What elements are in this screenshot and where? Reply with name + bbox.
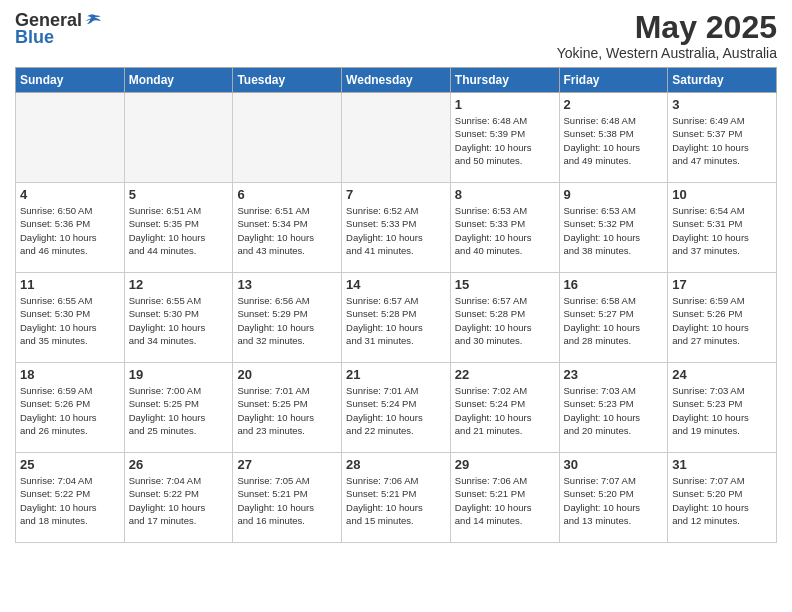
day-number: 21: [346, 367, 446, 382]
day-info: Sunrise: 6:57 AMSunset: 5:28 PMDaylight:…: [455, 294, 555, 347]
day-number: 9: [564, 187, 664, 202]
weekday-header-sunday: Sunday: [16, 68, 125, 93]
day-info: Sunrise: 6:55 AMSunset: 5:30 PMDaylight:…: [20, 294, 120, 347]
day-number: 2: [564, 97, 664, 112]
day-info: Sunrise: 7:01 AMSunset: 5:25 PMDaylight:…: [237, 384, 337, 437]
day-number: 14: [346, 277, 446, 292]
day-number: 25: [20, 457, 120, 472]
calendar-cell: 5Sunrise: 6:51 AMSunset: 5:35 PMDaylight…: [124, 183, 233, 273]
title-area: May 2025 Yokine, Western Australia, Aust…: [557, 10, 777, 61]
calendar-cell: 17Sunrise: 6:59 AMSunset: 5:26 PMDayligh…: [668, 273, 777, 363]
day-number: 4: [20, 187, 120, 202]
calendar-cell: 2Sunrise: 6:48 AMSunset: 5:38 PMDaylight…: [559, 93, 668, 183]
weekday-header-saturday: Saturday: [668, 68, 777, 93]
logo: General Blue: [15, 10, 102, 48]
weekday-header-monday: Monday: [124, 68, 233, 93]
calendar-cell: 4Sunrise: 6:50 AMSunset: 5:36 PMDaylight…: [16, 183, 125, 273]
calendar-cell: 28Sunrise: 7:06 AMSunset: 5:21 PMDayligh…: [342, 453, 451, 543]
day-info: Sunrise: 6:52 AMSunset: 5:33 PMDaylight:…: [346, 204, 446, 257]
day-info: Sunrise: 6:54 AMSunset: 5:31 PMDaylight:…: [672, 204, 772, 257]
location-title: Yokine, Western Australia, Australia: [557, 45, 777, 61]
calendar-week-2: 11Sunrise: 6:55 AMSunset: 5:30 PMDayligh…: [16, 273, 777, 363]
day-info: Sunrise: 6:48 AMSunset: 5:38 PMDaylight:…: [564, 114, 664, 167]
calendar-cell: 15Sunrise: 6:57 AMSunset: 5:28 PMDayligh…: [450, 273, 559, 363]
day-info: Sunrise: 6:49 AMSunset: 5:37 PMDaylight:…: [672, 114, 772, 167]
calendar-cell: 31Sunrise: 7:07 AMSunset: 5:20 PMDayligh…: [668, 453, 777, 543]
day-info: Sunrise: 7:03 AMSunset: 5:23 PMDaylight:…: [564, 384, 664, 437]
weekday-header-thursday: Thursday: [450, 68, 559, 93]
day-number: 6: [237, 187, 337, 202]
calendar-cell: 19Sunrise: 7:00 AMSunset: 5:25 PMDayligh…: [124, 363, 233, 453]
day-info: Sunrise: 6:56 AMSunset: 5:29 PMDaylight:…: [237, 294, 337, 347]
calendar-week-4: 25Sunrise: 7:04 AMSunset: 5:22 PMDayligh…: [16, 453, 777, 543]
day-number: 13: [237, 277, 337, 292]
calendar-cell: 13Sunrise: 6:56 AMSunset: 5:29 PMDayligh…: [233, 273, 342, 363]
calendar-cell: 20Sunrise: 7:01 AMSunset: 5:25 PMDayligh…: [233, 363, 342, 453]
day-number: 20: [237, 367, 337, 382]
day-info: Sunrise: 7:06 AMSunset: 5:21 PMDaylight:…: [455, 474, 555, 527]
calendar-cell: 12Sunrise: 6:55 AMSunset: 5:30 PMDayligh…: [124, 273, 233, 363]
calendar-cell: 9Sunrise: 6:53 AMSunset: 5:32 PMDaylight…: [559, 183, 668, 273]
calendar-week-3: 18Sunrise: 6:59 AMSunset: 5:26 PMDayligh…: [16, 363, 777, 453]
day-number: 7: [346, 187, 446, 202]
calendar-cell: 29Sunrise: 7:06 AMSunset: 5:21 PMDayligh…: [450, 453, 559, 543]
day-info: Sunrise: 7:06 AMSunset: 5:21 PMDaylight:…: [346, 474, 446, 527]
day-info: Sunrise: 6:58 AMSunset: 5:27 PMDaylight:…: [564, 294, 664, 347]
logo-bird-icon: [84, 12, 102, 30]
day-number: 12: [129, 277, 229, 292]
calendar-cell: 6Sunrise: 6:51 AMSunset: 5:34 PMDaylight…: [233, 183, 342, 273]
day-info: Sunrise: 6:53 AMSunset: 5:32 PMDaylight:…: [564, 204, 664, 257]
calendar-cell: 7Sunrise: 6:52 AMSunset: 5:33 PMDaylight…: [342, 183, 451, 273]
weekday-header-wednesday: Wednesday: [342, 68, 451, 93]
day-info: Sunrise: 7:04 AMSunset: 5:22 PMDaylight:…: [20, 474, 120, 527]
calendar-body: 1Sunrise: 6:48 AMSunset: 5:39 PMDaylight…: [16, 93, 777, 543]
calendar-cell: 22Sunrise: 7:02 AMSunset: 5:24 PMDayligh…: [450, 363, 559, 453]
calendar-cell: [233, 93, 342, 183]
header: General Blue May 2025 Yokine, Western Au…: [15, 10, 777, 61]
calendar-cell: 30Sunrise: 7:07 AMSunset: 5:20 PMDayligh…: [559, 453, 668, 543]
calendar-header-row: SundayMondayTuesdayWednesdayThursdayFrid…: [16, 68, 777, 93]
calendar-cell: 11Sunrise: 6:55 AMSunset: 5:30 PMDayligh…: [16, 273, 125, 363]
day-number: 23: [564, 367, 664, 382]
day-info: Sunrise: 7:03 AMSunset: 5:23 PMDaylight:…: [672, 384, 772, 437]
weekday-header-tuesday: Tuesday: [233, 68, 342, 93]
calendar-cell: 18Sunrise: 6:59 AMSunset: 5:26 PMDayligh…: [16, 363, 125, 453]
day-number: 31: [672, 457, 772, 472]
day-number: 15: [455, 277, 555, 292]
calendar-cell: 8Sunrise: 6:53 AMSunset: 5:33 PMDaylight…: [450, 183, 559, 273]
calendar-week-0: 1Sunrise: 6:48 AMSunset: 5:39 PMDaylight…: [16, 93, 777, 183]
calendar-cell: 21Sunrise: 7:01 AMSunset: 5:24 PMDayligh…: [342, 363, 451, 453]
day-info: Sunrise: 6:59 AMSunset: 5:26 PMDaylight:…: [672, 294, 772, 347]
calendar-cell: [16, 93, 125, 183]
day-number: 10: [672, 187, 772, 202]
day-info: Sunrise: 7:04 AMSunset: 5:22 PMDaylight:…: [129, 474, 229, 527]
calendar-cell: 23Sunrise: 7:03 AMSunset: 5:23 PMDayligh…: [559, 363, 668, 453]
month-title: May 2025: [557, 10, 777, 45]
calendar-cell: 25Sunrise: 7:04 AMSunset: 5:22 PMDayligh…: [16, 453, 125, 543]
calendar-cell: 3Sunrise: 6:49 AMSunset: 5:37 PMDaylight…: [668, 93, 777, 183]
day-number: 29: [455, 457, 555, 472]
day-number: 5: [129, 187, 229, 202]
day-info: Sunrise: 7:07 AMSunset: 5:20 PMDaylight:…: [564, 474, 664, 527]
calendar-cell: 10Sunrise: 6:54 AMSunset: 5:31 PMDayligh…: [668, 183, 777, 273]
day-info: Sunrise: 6:50 AMSunset: 5:36 PMDaylight:…: [20, 204, 120, 257]
day-number: 18: [20, 367, 120, 382]
calendar-cell: [124, 93, 233, 183]
weekday-header-friday: Friday: [559, 68, 668, 93]
day-info: Sunrise: 6:57 AMSunset: 5:28 PMDaylight:…: [346, 294, 446, 347]
calendar-week-1: 4Sunrise: 6:50 AMSunset: 5:36 PMDaylight…: [16, 183, 777, 273]
day-number: 17: [672, 277, 772, 292]
day-number: 19: [129, 367, 229, 382]
day-number: 28: [346, 457, 446, 472]
day-number: 3: [672, 97, 772, 112]
calendar-cell: [342, 93, 451, 183]
day-number: 11: [20, 277, 120, 292]
calendar-cell: 24Sunrise: 7:03 AMSunset: 5:23 PMDayligh…: [668, 363, 777, 453]
calendar-cell: 16Sunrise: 6:58 AMSunset: 5:27 PMDayligh…: [559, 273, 668, 363]
day-info: Sunrise: 7:05 AMSunset: 5:21 PMDaylight:…: [237, 474, 337, 527]
day-info: Sunrise: 7:07 AMSunset: 5:20 PMDaylight:…: [672, 474, 772, 527]
day-info: Sunrise: 6:51 AMSunset: 5:35 PMDaylight:…: [129, 204, 229, 257]
day-number: 16: [564, 277, 664, 292]
calendar-cell: 1Sunrise: 6:48 AMSunset: 5:39 PMDaylight…: [450, 93, 559, 183]
day-info: Sunrise: 6:53 AMSunset: 5:33 PMDaylight:…: [455, 204, 555, 257]
